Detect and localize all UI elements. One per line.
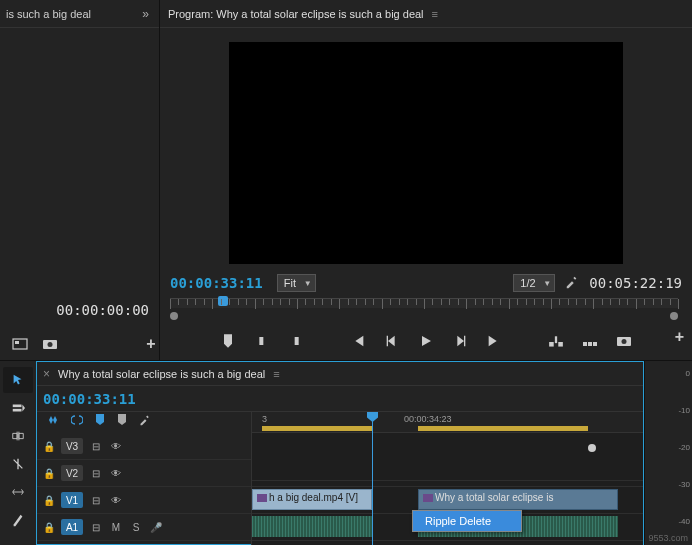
watermark: 9553.com xyxy=(648,533,688,543)
fit-select[interactable]: Fit xyxy=(277,274,316,292)
context-menu: Ripple Delete xyxy=(412,510,522,532)
svg-rect-7 xyxy=(588,342,592,346)
play-icon[interactable] xyxy=(418,333,434,349)
svg-rect-8 xyxy=(593,342,597,346)
sync-lock-icon[interactable]: ⊟ xyxy=(89,466,103,480)
linked-selection-icon[interactable] xyxy=(71,414,83,428)
lock-icon[interactable]: 🔒 xyxy=(43,522,55,533)
program-duration-timecode: 00:05:22:19 xyxy=(589,275,682,291)
time-mark: 00:00:34:23 xyxy=(404,414,452,424)
program-monitor[interactable] xyxy=(229,42,623,264)
svg-rect-6 xyxy=(583,342,587,346)
collapse-panel-icon[interactable]: » xyxy=(138,7,153,21)
video-clip[interactable]: h a big deal.mp4 [V] xyxy=(252,489,372,510)
pen-tool[interactable] xyxy=(3,507,33,533)
timeline-marker-icon[interactable] xyxy=(117,414,127,428)
add-marker-icon[interactable] xyxy=(95,414,105,428)
ripple-edit-tool[interactable] xyxy=(3,423,33,449)
snapshot-icon[interactable] xyxy=(42,336,58,352)
program-scrubber[interactable] xyxy=(170,298,678,318)
timeline-playhead-timecode[interactable]: 00:00:33:11 xyxy=(43,391,136,407)
track-toggle-v2[interactable]: V2 xyxy=(61,465,83,481)
out-point-handle[interactable] xyxy=(588,444,596,452)
razor-tool[interactable] xyxy=(3,451,33,477)
sync-lock-icon[interactable]: ⊟ xyxy=(89,439,103,453)
source-tab[interactable]: is such a big deal xyxy=(6,8,138,20)
step-forward-icon[interactable] xyxy=(452,333,468,349)
eye-icon[interactable]: 👁 xyxy=(109,466,123,480)
scrubber-playhead[interactable] xyxy=(218,296,228,306)
timeline-menu-icon[interactable]: ≡ xyxy=(273,368,279,380)
track-header-v1[interactable]: 🔒 V1 ⊟ 👁 xyxy=(37,487,251,514)
context-menu-ripple-delete[interactable]: Ripple Delete xyxy=(413,511,521,531)
sequence-name[interactable]: Why a total solar eclipse is such a big … xyxy=(58,368,265,380)
in-out-range[interactable] xyxy=(262,426,372,431)
lock-icon[interactable]: 🔒 xyxy=(43,441,55,452)
time-ruler[interactable]: 3 00:00:34:23 xyxy=(252,412,643,433)
program-playhead-timecode[interactable]: 00:00:33:11 xyxy=(170,275,263,291)
snap-icon[interactable] xyxy=(47,414,59,428)
sync-lock-icon[interactable]: ⊟ xyxy=(89,493,103,507)
export-frame-icon[interactable] xyxy=(616,333,632,349)
export-frame-icon[interactable] xyxy=(12,336,28,352)
settings-icon[interactable] xyxy=(565,275,579,291)
timeline-settings-icon[interactable] xyxy=(139,414,151,428)
track-header-v2[interactable]: 🔒 V2 ⊟ 👁 xyxy=(37,460,251,487)
lock-icon[interactable]: 🔒 xyxy=(43,468,55,479)
timeline-panel: × Why a total solar eclipse is such a bi… xyxy=(36,361,644,545)
selection-tool[interactable] xyxy=(3,367,33,393)
extract-icon[interactable] xyxy=(582,333,598,349)
mark-in-icon[interactable] xyxy=(254,333,270,349)
source-panel: is such a big deal » 00:00:00:00 + xyxy=(0,0,160,360)
add-marker-icon[interactable] xyxy=(220,333,236,349)
go-to-out-icon[interactable] xyxy=(486,333,502,349)
resolution-select[interactable]: 1/2 xyxy=(513,274,555,292)
svg-rect-12 xyxy=(13,409,22,412)
slip-tool[interactable] xyxy=(3,479,33,505)
scrubber-end-handle[interactable] xyxy=(670,312,678,320)
scrubber-start-handle[interactable] xyxy=(170,312,178,320)
transport-controls xyxy=(160,326,692,356)
track-toggle-a1[interactable]: A1 xyxy=(61,519,83,535)
add-button-icon[interactable]: + xyxy=(143,336,159,352)
source-timecode: 00:00:00:00 xyxy=(56,302,149,318)
voice-over-icon[interactable]: 🎤 xyxy=(149,520,163,534)
mark-out-icon[interactable] xyxy=(288,333,304,349)
lift-icon[interactable] xyxy=(548,333,564,349)
track-toggle-v3[interactable]: V3 xyxy=(61,438,83,454)
solo-toggle[interactable]: S xyxy=(129,520,143,534)
track-header-v3[interactable]: 🔒 V3 ⊟ 👁 xyxy=(37,433,251,460)
meter-tick: -40 xyxy=(650,517,690,526)
svg-point-3 xyxy=(48,342,53,347)
meter-tick: -30 xyxy=(650,480,690,489)
button-editor-icon[interactable]: + xyxy=(675,328,684,346)
time-mark: 3 xyxy=(262,414,267,424)
panel-menu-icon[interactable]: ≡ xyxy=(432,8,438,20)
svg-rect-5 xyxy=(558,342,563,347)
mute-toggle[interactable]: M xyxy=(109,520,123,534)
lock-icon[interactable]: 🔒 xyxy=(43,495,55,506)
step-back-icon[interactable] xyxy=(384,333,400,349)
meter-tick: -20 xyxy=(650,443,690,452)
program-panel: Program: Why a total solar eclipse is su… xyxy=(160,0,692,360)
eye-icon[interactable]: 👁 xyxy=(109,439,123,453)
audio-meters: 0 -10 -20 -30 -40 xyxy=(644,361,692,545)
go-to-in-icon[interactable] xyxy=(350,333,366,349)
track-toggle-v1[interactable]: V1 xyxy=(61,492,83,508)
fx-badge-icon xyxy=(257,494,267,502)
fx-badge-icon xyxy=(423,494,433,502)
track-header-a1[interactable]: 🔒 A1 ⊟ M S 🎤 xyxy=(37,514,251,541)
program-title: Program: Why a total solar eclipse is su… xyxy=(168,8,424,20)
track-headers: 🔒 V3 ⊟ 👁 🔒 V2 ⊟ 👁 🔒 V1 ⊟ 👁 xyxy=(37,412,252,545)
timeline-playhead[interactable] xyxy=(372,412,373,545)
svg-point-10 xyxy=(622,339,627,344)
audio-clip[interactable] xyxy=(252,516,372,537)
video-clip[interactable]: Why a total solar eclipse is xyxy=(418,489,618,510)
eye-icon[interactable]: 👁 xyxy=(109,493,123,507)
timeline-clips-area[interactable]: 3 00:00:34:23 h a big deal.mp4 [V] Why a… xyxy=(252,412,643,545)
track-select-tool[interactable] xyxy=(3,395,33,421)
sync-lock-icon[interactable]: ⊟ xyxy=(89,520,103,534)
in-out-range[interactable] xyxy=(418,426,588,431)
meter-tick: -10 xyxy=(650,406,690,415)
close-sequence-icon[interactable]: × xyxy=(43,367,50,381)
